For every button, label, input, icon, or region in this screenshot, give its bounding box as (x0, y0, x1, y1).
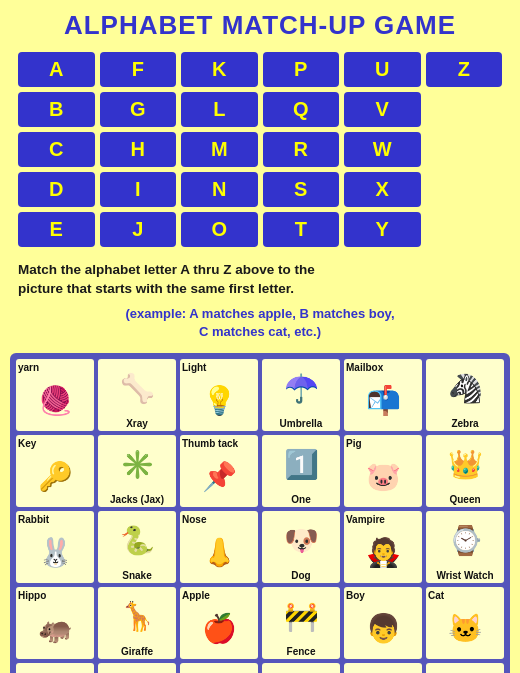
letter-tile-X[interactable]: X (344, 172, 421, 207)
picture-cell-4-5: 🏝️Island (426, 663, 504, 673)
picture-cell-2-2: Nose👃 (180, 511, 258, 583)
letter-tile-P[interactable]: P (263, 52, 340, 87)
letter-tile-C[interactable]: C (18, 132, 95, 167)
letter-tile-Z[interactable]: Z (426, 52, 503, 87)
cell-label-bottom: Umbrella (280, 418, 323, 429)
picture-cell-1-1: ✳️Jacks (Jax) (98, 435, 176, 507)
cell-drawing: 🍎 (202, 601, 237, 657)
cell-label-top: yarn (18, 362, 39, 373)
picture-cell-1-3: 1️⃣One (262, 435, 340, 507)
cell-label-bottom: Snake (122, 570, 151, 581)
letter-tile-F[interactable]: F (100, 52, 177, 87)
letter-tile-W[interactable]: W (344, 132, 421, 167)
cell-drawing: ✳️ (120, 438, 155, 492)
picture-cell-2-4: Vampire🧛 (344, 511, 422, 583)
cell-drawing: 🦴 (120, 362, 155, 416)
cell-drawing: 🐍 (120, 514, 155, 568)
picture-grid-container: yarn🧶🦴XrayLight💡☂️UmbrellaMailbox📬🦓Zebra… (10, 353, 510, 673)
cell-label-bottom: Giraffe (121, 646, 153, 657)
cell-drawing: 🐱 (448, 601, 483, 657)
instruction-example: (example: A matches apple, B matches boy… (18, 305, 502, 341)
picture-cell-3-3: 🚧Fence (262, 587, 340, 659)
letter-tile-V[interactable]: V (344, 92, 421, 127)
picture-cell-3-0: Hippo🦛 (16, 587, 94, 659)
letter-tile-I[interactable]: I (100, 172, 177, 207)
letter-tile-J[interactable]: J (100, 212, 177, 247)
picture-cell-2-5: ⌚Wrist Watch (426, 511, 504, 583)
picture-cell-4-2 (180, 663, 258, 673)
letter-tile-H[interactable]: H (100, 132, 177, 167)
cell-drawing: 🏝️ (448, 666, 483, 673)
letter-tile-U[interactable]: U (344, 52, 421, 87)
cell-label-bottom: Queen (449, 494, 480, 505)
letter-tile-A[interactable]: A (18, 52, 95, 87)
cell-label-top: Thumb tack (182, 438, 238, 449)
letter-tile-D[interactable]: D (18, 172, 95, 207)
cell-drawing: 🦒 (120, 590, 155, 644)
cell-label-bottom: Dog (291, 570, 310, 581)
picture-cell-0-0: yarn🧶 (16, 359, 94, 431)
letter-tile-E[interactable]: E (18, 212, 95, 247)
picture-row-2: Rabbit🐰🐍SnakeNose👃🐶DogVampire🧛⌚Wrist Wat… (16, 511, 504, 583)
cell-drawing: 🐶 (284, 514, 319, 568)
cell-drawing: 🧶 (38, 373, 73, 429)
letter-tile-Y[interactable]: Y (344, 212, 421, 247)
letter-tile-T[interactable]: T (263, 212, 340, 247)
title: ALPHABET MATCH-UP GAME (0, 0, 520, 47)
instruction-line2: picture that starts with the same first … (18, 280, 502, 299)
picture-cell-3-5: Cat🐱 (426, 587, 504, 659)
cell-label-bottom: Zebra (451, 418, 478, 429)
picture-cell-3-1: 🦒Giraffe (98, 587, 176, 659)
cell-label-bottom: One (291, 494, 310, 505)
picture-cell-3-4: Boy👦 (344, 587, 422, 659)
cell-label-bottom: Xray (126, 418, 148, 429)
picture-cell-4-0 (16, 663, 94, 673)
picture-cell-0-2: Light💡 (180, 359, 258, 431)
cell-drawing: ☂️ (284, 362, 319, 416)
cell-drawing: ⌚ (448, 514, 483, 568)
picture-cell-0-1: 🦴Xray (98, 359, 176, 431)
cell-label-top: Pig (346, 438, 362, 449)
picture-cell-3-2: Apple🍎 (180, 587, 258, 659)
cell-label-bottom: Fence (287, 646, 316, 657)
picture-cell-0-5: 🦓Zebra (426, 359, 504, 431)
letter-tile-Q[interactable]: Q (263, 92, 340, 127)
cell-label-bottom: Jacks (Jax) (110, 494, 164, 505)
letter-tile-S[interactable]: S (263, 172, 340, 207)
letter-tile-N[interactable]: N (181, 172, 258, 207)
cell-label-top: Light (182, 362, 206, 373)
letter-tile-M[interactable]: M (181, 132, 258, 167)
letter-tile-L[interactable]: L (181, 92, 258, 127)
cell-label-top: Apple (182, 590, 210, 601)
cell-drawing: 🐰 (38, 525, 73, 581)
cell-drawing: 🔑 (38, 449, 73, 505)
cell-label-top: Key (18, 438, 36, 449)
cell-drawing: 🦓 (448, 362, 483, 416)
cell-label-top: Nose (182, 514, 206, 525)
letter-tile-B[interactable]: B (18, 92, 95, 127)
picture-cell-1-0: Key🔑 (16, 435, 94, 507)
picture-cell-2-3: 🐶Dog (262, 511, 340, 583)
picture-cell-1-5: 👑Queen (426, 435, 504, 507)
cell-label-top: Rabbit (18, 514, 49, 525)
cell-label-top: Cat (428, 590, 444, 601)
letter-tile-K[interactable]: K (181, 52, 258, 87)
picture-row-3: Hippo🦛🦒GiraffeApple🍎🚧FenceBoy👦Cat🐱 (16, 587, 504, 659)
cell-drawing: 🚧 (284, 590, 319, 644)
letter-tile-R[interactable]: R (263, 132, 340, 167)
cell-drawing: 🦛 (38, 601, 73, 657)
cell-label-top: Hippo (18, 590, 46, 601)
cell-drawing: 👦 (366, 601, 401, 657)
cell-label-top: Vampire (346, 514, 385, 525)
picture-cell-2-0: Rabbit🐰 (16, 511, 94, 583)
letter-tile-O[interactable]: O (181, 212, 258, 247)
cell-drawing: 🥚 (284, 666, 319, 673)
letter-tile-G[interactable]: G (100, 92, 177, 127)
picture-cell-4-3: 🥚Easter Egg (262, 663, 340, 673)
cell-drawing: 🧛 (366, 525, 401, 581)
picture-cell-2-1: 🐍Snake (98, 511, 176, 583)
cell-label-bottom: Wrist Watch (436, 570, 493, 581)
picture-row-1: Key🔑✳️Jacks (Jax)Thumb tack📌1️⃣OnePig🐷👑Q… (16, 435, 504, 507)
picture-cell-0-3: ☂️Umbrella (262, 359, 340, 431)
picture-cell-1-4: Pig🐷 (344, 435, 422, 507)
